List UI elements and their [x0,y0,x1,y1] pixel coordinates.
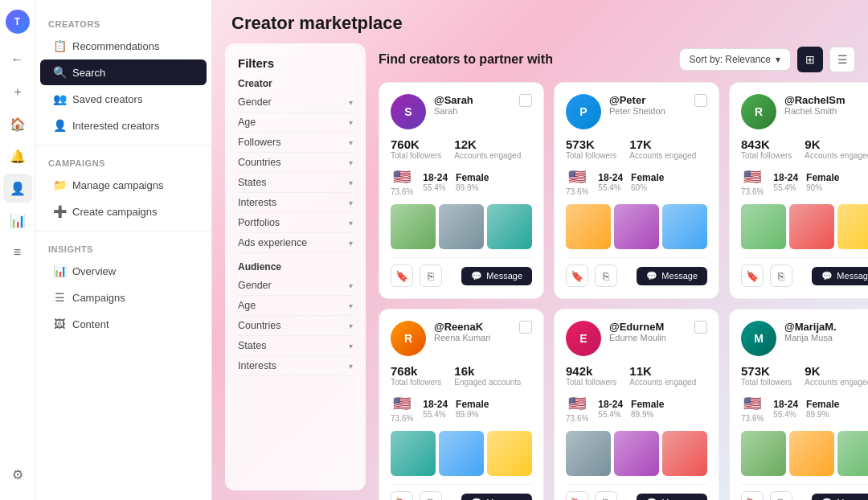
age-value: 18-24 [423,172,448,183]
filter-states-chevron: ▾ [349,178,353,187]
filter-ads-experience[interactable]: Ads experience ▾ [238,233,353,253]
creator-image-2 [614,204,659,249]
message-button[interactable]: 💬 Message [461,494,532,501]
creator-image-1 [566,431,611,476]
share-button[interactable]: ⎘ [595,491,617,500]
bookmark-button[interactable]: 🔖 [566,264,588,287]
demo-stats: 18-24 55.4% Female 89.9% [423,399,489,419]
nav-home-icon[interactable]: 🏠 [3,109,32,138]
filter-aud-age[interactable]: Age ▾ [238,296,353,316]
audience-filter-section: Audience [238,261,353,273]
filter-aud-countries[interactable]: Countries ▾ [238,316,353,336]
card-stats: 843K Total followers 9K Accounts engaged [741,137,868,160]
age-demo: 18-24 55.4% [773,172,798,192]
filter-aud-interests[interactable]: Interests ▾ [238,356,353,376]
sidebar-item-create-campaigns[interactable]: ➕ Create campaigns [40,199,207,224]
creator-card: M @MarijaM. Marija Musa 573K Total follo… [729,309,868,500]
filter-portfolios[interactable]: Portfolios ▾ [238,213,353,233]
share-button[interactable]: ⎘ [420,264,442,287]
filter-states[interactable]: States ▾ [238,173,353,193]
message-button[interactable]: 💬 Message [812,267,868,285]
creator-select-checkbox[interactable] [694,321,707,334]
age-demo: 18-24 55.4% [773,399,798,419]
nav-settings-icon[interactable]: ⚙ [3,460,32,489]
nav-bell-icon[interactable]: 🔔 [3,141,32,170]
flag-rate: 73.6% [391,414,413,423]
nav-user-icon[interactable]: 👤 [3,174,32,203]
card-info: @ReenaK Reena Kumari [434,321,511,342]
flag-rate: 73.6% [566,414,588,423]
filter-gender[interactable]: Gender ▾ [238,92,353,113]
filter-followers[interactable]: Followers ▾ [238,133,353,153]
flag-container: 🇺🇸 73.6% [391,395,413,423]
sort-button[interactable]: Sort by: Relevance ▾ [679,48,791,71]
followers-value: 843K [741,137,792,151]
flag-rate: 73.6% [391,187,413,196]
share-button[interactable]: ⎘ [770,491,792,500]
list-view-button[interactable]: ☰ [829,47,855,72]
engaged-label: Accounts engaged [805,378,868,387]
nav-back-icon[interactable]: ← [3,45,32,74]
share-button[interactable]: ⎘ [595,264,617,287]
followers-stat: 843K Total followers [741,137,792,160]
filter-countries[interactable]: Countries ▾ [238,153,353,173]
sidebar-item-manage-campaigns[interactable]: 📁 Manage campaigns [40,172,207,198]
creator-avatar: P [566,94,601,129]
filter-countries-chevron: ▾ [349,158,353,167]
creator-select-checkbox[interactable] [519,321,532,334]
sidebar-item-interested-creators[interactable]: 👤 Interested creators [40,113,207,138]
card-stats: 768k Total followers 16k Engaged account… [391,364,532,387]
bookmark-button[interactable]: 🔖 [391,491,413,500]
campaigns-icon: ☰ [53,291,66,304]
sidebar-item-content[interactable]: 🖼 Content [40,311,207,337]
message-button[interactable]: 💬 Message [812,494,868,501]
sidebar-item-overview[interactable]: 📊 Overview [40,258,207,284]
sidebar-item-recommendations[interactable]: 📋 Recommendations [40,33,207,59]
sidebar-item-campaigns[interactable]: ☰ Campaigns [40,285,207,310]
filter-aud-gender[interactable]: Gender ▾ [238,276,353,296]
followers-stat: 760K Total followers [391,137,441,160]
manage-campaigns-label: Manage campaigns [72,179,163,191]
age-value: 18-24 [773,172,798,183]
bookmark-button[interactable]: 🔖 [741,491,764,500]
card-demographics: 🇺🇸 73.6% 18-24 55.4% Female 89.9% [391,395,532,423]
overview-label: Overview [72,265,116,277]
message-button[interactable]: 💬 Message [461,267,532,285]
user-avatar[interactable]: T [6,10,30,34]
creator-avatar: E [566,321,601,356]
filter-aud-states[interactable]: States ▾ [238,336,353,356]
creator-avatar: R [741,94,776,129]
filter-states-label: States [238,177,266,188]
saved-creators-label: Saved creators [72,93,142,105]
nav-menu-icon[interactable]: ≡ [3,238,32,267]
filter-age[interactable]: Age ▾ [238,113,353,133]
bookmark-button[interactable]: 🔖 [566,491,588,500]
gender-demo: Female 89.9% [456,172,489,192]
creator-image-3 [487,431,532,476]
filter-interests[interactable]: Interests ▾ [238,193,353,213]
nav-add-icon[interactable]: ＋ [3,77,32,106]
followers-value: 573K [741,364,792,378]
creator-select-checkbox[interactable] [519,94,532,107]
card-info: @MarijaM. Marija Musa [784,321,862,342]
bookmark-button[interactable]: 🔖 [741,264,764,287]
sidebar-item-saved-creators[interactable]: 👥 Saved creators [40,86,207,112]
filter-aud-states-label: States [238,340,266,351]
share-button[interactable]: ⎘ [420,491,442,500]
share-button[interactable]: ⎘ [770,264,792,287]
age-rate: 55.4% [773,410,798,419]
grid-view-button[interactable]: ⊞ [797,47,823,72]
engaged-label: Engaged accounts [454,378,521,387]
message-button[interactable]: 💬 Message [637,494,707,501]
age-rate: 55.4% [423,183,448,192]
flag-container: 🇺🇸 73.6% [566,168,588,196]
creator-select-checkbox[interactable] [694,94,707,107]
gender-rate: 89.9% [806,410,839,419]
sidebar-item-search[interactable]: 🔍 Search [40,59,207,85]
bookmark-button[interactable]: 🔖 [391,264,413,287]
age-demo: 18-24 55.4% [423,399,448,419]
nav-chart-icon[interactable]: 📊 [3,206,32,235]
sidebar: Creators 📋 Recommendations 🔍 Search 👥 Sa… [35,0,212,500]
engaged-value: 9K [805,137,868,151]
message-button[interactable]: 💬 Message [637,267,707,285]
